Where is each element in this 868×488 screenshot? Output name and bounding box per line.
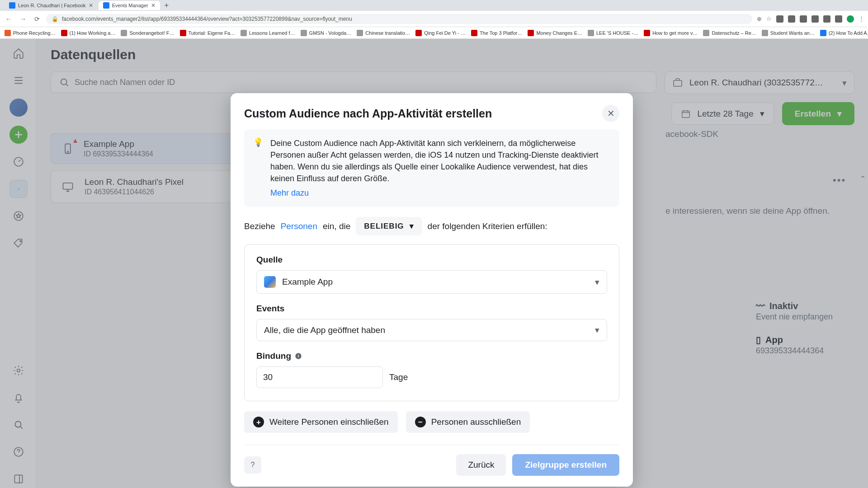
events-value: Alle, die die App geöffnet haben bbox=[264, 325, 385, 335]
any-label: BELIEBIG bbox=[364, 222, 404, 231]
reload-icon[interactable]: ⟳ bbox=[33, 15, 42, 23]
browser-tab[interactable]: Events Manager✕ bbox=[99, 1, 160, 10]
include-more-label: Weitere Personen einschließen bbox=[269, 417, 389, 427]
bookmark[interactable]: Student Wants an… bbox=[762, 30, 815, 36]
back-icon[interactable]: ← bbox=[4, 15, 14, 23]
include-more-button[interactable]: + Weitere Personen einschließen bbox=[244, 411, 398, 433]
modal-title: Custom Audience nach App-Aktivität erste… bbox=[244, 107, 492, 120]
ext-icon[interactable] bbox=[823, 15, 830, 23]
create-audience-modal: Custom Audience nach App-Aktivität erste… bbox=[231, 93, 633, 487]
bookmark-icon bbox=[415, 30, 422, 36]
bookmark[interactable]: Money Changes E… bbox=[528, 30, 582, 36]
bookmark-icon bbox=[5, 30, 11, 36]
svg-text:i: i bbox=[298, 354, 299, 359]
learn-more-link[interactable]: Mehr dazu bbox=[270, 187, 309, 199]
bookmark[interactable]: Phone Recycling… bbox=[5, 30, 56, 36]
events-selector[interactable]: Alle, die die App geöffnet haben ▾ bbox=[256, 319, 607, 341]
bookmark-icon bbox=[357, 30, 363, 36]
address-bar: ← → ⟳ 🔒facebook.com/events_manager2/list… bbox=[0, 11, 868, 27]
url-input[interactable]: 🔒facebook.com/events_manager2/list/app/6… bbox=[46, 14, 752, 24]
any-dropdown[interactable]: BELIEBIG▾ bbox=[356, 217, 422, 235]
criteria-text: ein, die bbox=[323, 221, 350, 231]
bind-unit: Tage bbox=[389, 372, 408, 382]
facebook-favicon-icon bbox=[103, 2, 109, 9]
criteria-row: Beziehe Personen ein, die BELIEBIG▾ der … bbox=[244, 217, 619, 235]
bookmark-icon bbox=[301, 30, 307, 36]
profile-avatar-icon[interactable] bbox=[847, 15, 854, 23]
bookmark[interactable]: The Top 3 Platfor… bbox=[471, 30, 523, 36]
tab-title: Events Manager bbox=[112, 3, 148, 8]
bookmark[interactable]: How to get more v… bbox=[644, 30, 698, 36]
close-button[interactable]: ✕ bbox=[602, 105, 619, 122]
tab-title: Leon R. Chaudhari | Facebook bbox=[18, 3, 86, 8]
zoom-icon[interactable]: ⊕ bbox=[757, 15, 762, 22]
bookmark-icon bbox=[644, 30, 650, 36]
criteria-text: Beziehe bbox=[244, 221, 275, 231]
bookmark-icon bbox=[180, 30, 186, 36]
bookmark[interactable]: Tutorial: Eigene Fa… bbox=[180, 30, 236, 36]
chevron-down-icon: ▾ bbox=[595, 277, 599, 287]
browser-tab[interactable]: Leon R. Chaudhari | Facebook✕ bbox=[5, 1, 98, 10]
bookmark-icon bbox=[762, 30, 768, 36]
source-selector[interactable]: Example App ▾ bbox=[256, 270, 607, 294]
ext-icon[interactable] bbox=[788, 15, 795, 23]
minus-icon: − bbox=[415, 417, 426, 427]
exclude-label: Personen ausschließen bbox=[431, 417, 521, 427]
bookmark[interactable]: Qing Fei De Yi - … bbox=[415, 30, 466, 36]
chevron-down-icon: ▾ bbox=[410, 221, 414, 231]
bookmark[interactable]: Datenschutz – Re… bbox=[703, 30, 756, 36]
ext-icon[interactable] bbox=[776, 15, 783, 23]
facebook-favicon-icon bbox=[9, 2, 15, 9]
info-icon[interactable]: i bbox=[295, 352, 302, 360]
bookmark-icon bbox=[241, 30, 247, 36]
ext-icon[interactable] bbox=[835, 15, 842, 23]
app-icon bbox=[264, 276, 276, 288]
bookmark-icon bbox=[121, 30, 127, 36]
info-text: Deine Custom Audience nach App-Aktivität… bbox=[270, 139, 598, 183]
page: Datenquellen Suche nach Namen oder ID Le… bbox=[0, 39, 868, 488]
forward-icon[interactable]: → bbox=[18, 15, 28, 23]
bookmark[interactable]: Lessons Learned f… bbox=[241, 30, 295, 36]
exclude-button[interactable]: − Personen ausschließen bbox=[406, 411, 530, 433]
source-value: Example App bbox=[282, 277, 333, 287]
criteria-block: Quelle Example App ▾ Events Alle, die di… bbox=[244, 244, 619, 401]
chevron-down-icon: ▾ bbox=[595, 325, 599, 335]
bookmark[interactable]: (1) How Working a… bbox=[61, 30, 116, 36]
bookmark-icon bbox=[528, 30, 534, 36]
tab-bar: Leon R. Chaudhari | Facebook✕ Events Man… bbox=[0, 0, 868, 11]
people-link[interactable]: Personen bbox=[281, 221, 317, 231]
url-text: facebook.com/events_manager2/list/app/69… bbox=[62, 16, 352, 22]
new-tab-button[interactable]: + bbox=[161, 1, 172, 9]
browser-chrome: Leon R. Chaudhari | Facebook✕ Events Man… bbox=[0, 0, 868, 27]
bookmark[interactable]: Chinese translatio… bbox=[357, 30, 410, 36]
bookmark-icon bbox=[61, 30, 67, 36]
plus-icon: + bbox=[253, 417, 264, 427]
bookmark[interactable]: (2) How To Add A… bbox=[820, 30, 868, 36]
chrome-extensions: ⊕ ☆ ⋮ bbox=[757, 15, 864, 23]
star-icon[interactable]: ☆ bbox=[766, 15, 772, 22]
bookmark-icon bbox=[471, 30, 477, 36]
criteria-text: der folgenden Kriterien erfüllen: bbox=[428, 221, 547, 231]
lock-icon: 🔒 bbox=[52, 16, 58, 22]
source-label: Quelle bbox=[256, 255, 607, 265]
info-box: 💡 Deine Custom Audience nach App-Aktivit… bbox=[244, 129, 619, 207]
bookmark-icon bbox=[820, 30, 826, 36]
events-label: Events bbox=[256, 304, 607, 314]
bookmarks-bar: Phone Recycling… (1) How Working a… Sond… bbox=[0, 27, 868, 39]
retention-input[interactable] bbox=[256, 366, 383, 388]
close-tab-icon[interactable]: ✕ bbox=[151, 2, 156, 9]
lightbulb-icon: 💡 bbox=[253, 137, 263, 199]
bookmark[interactable]: LEE 'S HOUSE -… bbox=[588, 30, 638, 36]
ext-icon[interactable] bbox=[811, 15, 819, 23]
ext-icon[interactable] bbox=[800, 15, 807, 23]
menu-icon[interactable]: ⋮ bbox=[859, 15, 864, 22]
bookmark-icon bbox=[703, 30, 709, 36]
back-button[interactable]: Zurück bbox=[456, 454, 506, 476]
close-tab-icon[interactable]: ✕ bbox=[89, 2, 93, 9]
create-audience-button[interactable]: Zielgruppe erstellen bbox=[512, 454, 619, 476]
help-button[interactable]: ? bbox=[244, 456, 261, 474]
bookmark[interactable]: Sonderangebot! F… bbox=[121, 30, 174, 36]
bind-label: Bindung i bbox=[256, 351, 607, 361]
bookmark[interactable]: GMSN - Vologda… bbox=[301, 30, 352, 36]
bookmark-icon bbox=[588, 30, 594, 36]
